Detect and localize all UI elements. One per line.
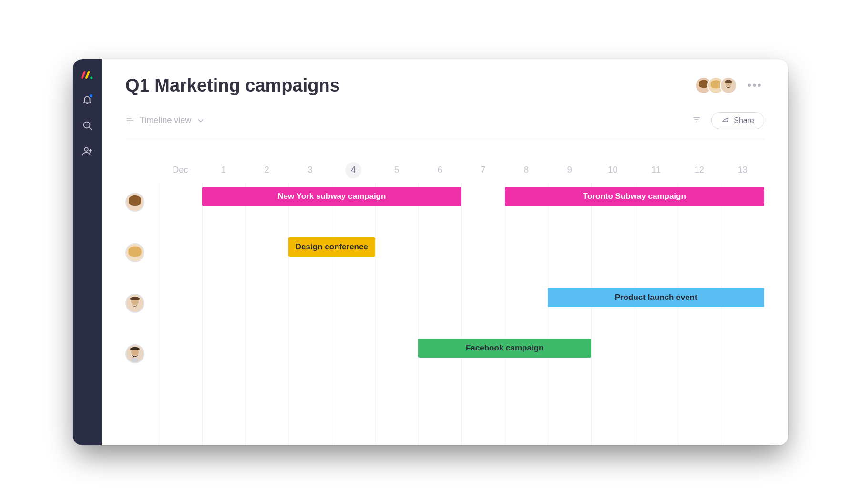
chevron-down-icon (196, 116, 205, 125)
app-logo[interactable] (81, 68, 94, 81)
day-label: 11 (635, 165, 678, 175)
view-switcher[interactable]: Timeline view (125, 115, 205, 125)
share-icon (721, 116, 730, 125)
month-label: Dec (159, 165, 202, 175)
sidebar (73, 59, 102, 445)
timeline-rows: New York subway campaignToronto Subway c… (159, 187, 764, 389)
timeline: Dec12345678910111213 New York subway cam… (125, 158, 764, 445)
row-avatar[interactable] (125, 294, 144, 313)
main-content: Q1 Marketing campaigns ••• Timeline view (102, 59, 788, 445)
avatar[interactable] (720, 77, 737, 94)
timeline-row: Product launch event (159, 288, 764, 339)
day-label: 7 (461, 165, 505, 175)
day-label: 10 (591, 165, 635, 175)
timeline-row: New York subway campaignToronto Subway c… (159, 187, 764, 237)
day-label: 3 (288, 165, 332, 175)
collaborator-avatars[interactable] (695, 77, 737, 94)
svg-point-2 (85, 147, 88, 151)
timeline-icon (125, 116, 135, 125)
invite-user-icon[interactable] (82, 146, 92, 158)
svg-rect-17 (132, 358, 138, 362)
timeline-grid[interactable]: Dec12345678910111213 New York subway cam… (159, 158, 764, 445)
row-avatar[interactable] (125, 344, 144, 363)
day-header: Dec12345678910111213 (159, 158, 764, 182)
timeline-bar[interactable]: Design conference (288, 237, 375, 257)
toolbar: Timeline view Share (125, 112, 764, 139)
row-avatar[interactable] (125, 193, 144, 212)
day-label: 6 (418, 165, 461, 175)
day-label: 12 (678, 165, 721, 175)
day-label: 13 (721, 165, 764, 175)
svg-point-0 (90, 76, 92, 79)
row-avatars (125, 158, 159, 445)
day-label: 2 (245, 165, 288, 175)
share-label: Share (734, 116, 754, 125)
more-menu-icon[interactable]: ••• (746, 79, 764, 92)
day-label: 1 (202, 165, 246, 175)
timeline-row: Design conference (159, 237, 764, 288)
timeline-bar[interactable]: Toronto Subway campaign (505, 187, 764, 206)
search-icon[interactable] (82, 120, 92, 133)
app-window: Q1 Marketing campaigns ••• Timeline view (73, 59, 788, 445)
timeline-bar[interactable]: Product launch event (548, 288, 764, 307)
page-title: Q1 Marketing campaigns (125, 75, 340, 96)
day-label: 5 (375, 165, 419, 175)
notifications-icon[interactable] (82, 94, 92, 107)
row-avatar[interactable] (125, 243, 144, 262)
filter-icon[interactable] (692, 115, 701, 126)
header: Q1 Marketing campaigns ••• (125, 75, 764, 96)
timeline-bar[interactable]: Facebook campaign (418, 339, 591, 358)
timeline-bar[interactable]: New York subway campaign (202, 187, 461, 206)
share-button[interactable]: Share (711, 112, 764, 129)
view-label: Timeline view (140, 115, 191, 125)
notification-dot (89, 93, 93, 98)
timeline-row: Facebook campaign (159, 339, 764, 389)
day-label: 8 (505, 165, 548, 175)
header-actions: ••• (695, 77, 764, 94)
day-label: 9 (548, 165, 591, 175)
day-label: 4 (332, 162, 375, 178)
